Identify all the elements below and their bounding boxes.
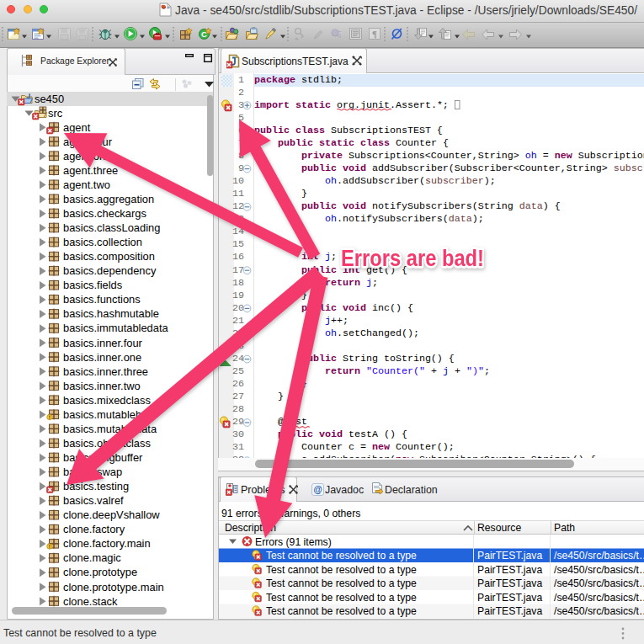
svg-text:Test cannot be resolved to a t: Test cannot be resolved to a type (266, 592, 417, 604)
svg-text:PairTEST.java: PairTEST.java (477, 605, 542, 617)
svg-text:/se450/src/basics/t…: /se450/src/basics/t… (554, 564, 644, 576)
svg-text:clone.deepVshallow: clone.deepVshallow (63, 508, 160, 521)
svg-text:basics.fields: basics.fields (63, 279, 122, 291)
svg-text:/se450/src/basics/t…: /se450/src/basics/t… (554, 605, 644, 617)
svg-text:clone.prototype.main: clone.prototype.main (63, 581, 164, 593)
svg-text:¶: ¶ (372, 29, 377, 39)
svg-text:Test cannot be resolved to a t: Test cannot be resolved to a type (266, 577, 417, 589)
svg-text:clone.prototype: clone.prototype (63, 566, 137, 578)
svg-text:clone.factory.main: clone.factory.main (63, 537, 151, 550)
svg-text:basics.valref: basics.valref (63, 494, 124, 507)
svg-text:basics.ringbuffer: basics.ringbuffer (63, 451, 143, 464)
svg-text:PairTEST.java: PairTEST.java (477, 564, 542, 576)
svg-text:basics.classLoading: basics.classLoading (63, 221, 160, 234)
svg-text:basics.functions: basics.functions (63, 293, 141, 306)
svg-text:PairTEST.java: PairTEST.java (477, 577, 542, 589)
svg-text:basics.immutabledata: basics.immutabledata (63, 322, 169, 334)
svg-text:basics.inner.one: basics.inner.one (63, 351, 141, 364)
svg-text:basics.inner.three: basics.inner.three (63, 365, 148, 378)
svg-text:clone.magic: clone.magic (63, 551, 121, 564)
svg-text:basics.mutablebox: basics.mutablebox (63, 408, 153, 421)
svg-text:agent.two: agent.two (63, 178, 110, 191)
svg-text:agent: agent (63, 121, 91, 134)
svg-text:/se450/src/basics/t…: /se450/src/basics/t… (554, 550, 644, 562)
svg-text:basics.inner.two: basics.inner.two (63, 380, 141, 392)
svg-text:basics.hashmutable: basics.hashmutable (63, 307, 159, 320)
svg-text:Test cannot be resolved to a t: Test cannot be resolved to a type (266, 605, 417, 617)
svg-text:basics.checkargs: basics.checkargs (63, 207, 146, 220)
svg-text:agent.three: agent.three (63, 164, 118, 177)
svg-text:PairTEST.java: PairTEST.java (477, 550, 542, 562)
svg-text:se450: se450 (35, 93, 64, 105)
svg-text:basics.swap: basics.swap (63, 466, 122, 478)
svg-text:PairTEST.java: PairTEST.java (477, 592, 542, 604)
svg-text:/se450/src/basics/t…: /se450/src/basics/t… (554, 592, 644, 604)
svg-text:Test cannot be resolved to a t: Test cannot be resolved to a type (266, 564, 417, 576)
svg-text:basics.composition: basics.composition (63, 250, 155, 263)
svg-text:basics.aggregation: basics.aggregation (63, 193, 154, 205)
svg-text:Test cannot be resolved to a t: Test cannot be resolved to a type (266, 550, 417, 562)
svg-text:agent.one: agent.one (63, 150, 111, 162)
svg-text:agent.four: agent.four (63, 136, 113, 148)
svg-text:/se450/src/basics/t…: /se450/src/basics/t… (554, 577, 644, 589)
svg-text:basics.testing: basics.testing (63, 480, 129, 492)
svg-text:clone.factory: clone.factory (63, 523, 125, 535)
svg-text:basics.mutabledata: basics.mutabledata (63, 423, 157, 435)
svg-text:src: src (48, 107, 63, 120)
svg-text:clone.stack: clone.stack (63, 595, 118, 608)
svg-text:basics.dependency: basics.dependency (63, 264, 157, 277)
svg-text:Errors (91 items): Errors (91 items) (255, 536, 332, 548)
svg-text:basics.inner.four: basics.inner.four (63, 337, 143, 349)
svg-text:basics.objectclass: basics.objectclass (63, 437, 151, 450)
svg-text:basics.mixedclass: basics.mixedclass (63, 394, 151, 407)
svg-text:basics.collection: basics.collection (63, 236, 142, 248)
